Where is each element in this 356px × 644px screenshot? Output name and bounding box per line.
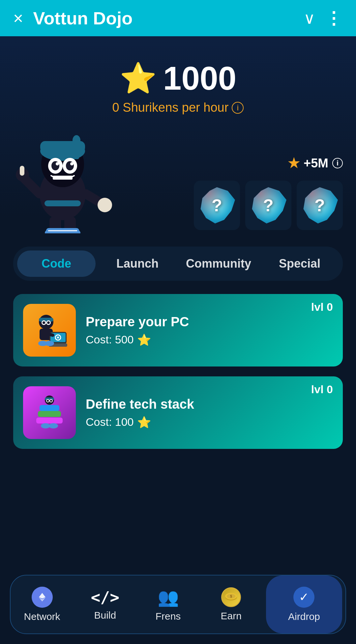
close-button[interactable]: × — [13, 8, 23, 28]
svg-point-12 — [70, 162, 74, 165]
svg-point-31 — [43, 321, 45, 324]
svg-rect-43 — [38, 411, 61, 417]
nav-airdrop-label: Airdrop — [288, 611, 320, 622]
task-1-info: Prepare your PC Cost: 500 ⭐ — [86, 314, 333, 346]
nav-network-label: Network — [24, 611, 60, 622]
cards-area: ★ +5M i ? ? — [112, 156, 343, 233]
nav-item-frens[interactable]: 👥 Frens — [136, 575, 199, 633]
tabs-section: Code Launch Community Special — [13, 247, 343, 281]
menu-icon[interactable]: ⋮ — [325, 8, 343, 28]
nav-item-earn[interactable]: $ Earn — [200, 575, 263, 633]
svg-point-11 — [56, 162, 59, 165]
task-1-title: Prepare your PC — [86, 314, 333, 329]
ethereum-icon — [32, 587, 53, 608]
bonus-value: +5M — [304, 156, 328, 170]
app-header: × Vottun Dojo ∨ ⋮ — [0, 0, 356, 36]
splat-2: ? — [250, 187, 286, 223]
svg-rect-44 — [40, 405, 59, 411]
nav-build-label: Build — [94, 610, 116, 621]
character-section: ★ +5M i ? ? — [13, 121, 343, 233]
tab-community[interactable]: Community — [179, 250, 258, 277]
svg-point-50 — [50, 400, 52, 402]
question-mark-1: ? — [212, 195, 222, 215]
shurikens-per-hour: 0 Shurikens per hour i — [112, 101, 244, 115]
shuriken-star-icon: ⭐ — [120, 61, 157, 96]
question-mark-3: ? — [314, 195, 325, 215]
task-2-info: Define tech stack Cost: 100 ⭐ — [86, 397, 333, 429]
code-icon: </> — [91, 588, 119, 606]
svg-rect-28 — [39, 318, 53, 322]
task-1-icon — [23, 304, 76, 357]
svg-point-52 — [49, 423, 58, 428]
bonus-badge: ★ +5M i — [288, 156, 343, 171]
mystery-card-inner-1: ? — [199, 187, 235, 223]
tasks-section: lvl 0 — [13, 294, 343, 449]
airdrop-check-icon: ✓ — [293, 587, 314, 608]
per-hour-label: 0 Shurikens per hour — [112, 101, 229, 115]
splat-1: ? — [199, 187, 235, 223]
mystery-card-1[interactable]: ? — [194, 181, 240, 230]
svg-point-32 — [47, 321, 50, 324]
tab-code[interactable]: Code — [17, 250, 96, 277]
question-mark-2: ? — [263, 195, 274, 215]
svg-point-27 — [39, 315, 53, 329]
tab-special[interactable]: Special — [260, 250, 339, 277]
nav-earn-label: Earn — [221, 610, 242, 622]
nav-item-build[interactable]: </> Build — [74, 575, 136, 633]
task-2-icon — [23, 386, 76, 439]
task-2-level: lvl 0 — [311, 383, 333, 396]
coin-icon: $ — [221, 587, 241, 607]
ninja-character — [13, 121, 112, 233]
bottom-nav: Network </> Build 👥 Frens $ Earn ✓ Airdr… — [10, 575, 346, 634]
nav-item-network[interactable]: Network — [11, 575, 74, 633]
main-content: ⭐ 1000 0 Shurikens per hour i — [0, 36, 356, 644]
mystery-card-inner-3: ? — [302, 187, 338, 223]
svg-point-6 — [73, 135, 80, 146]
score-row: ⭐ 1000 — [120, 59, 236, 97]
mystery-card-inner-2: ? — [250, 187, 286, 223]
svg-point-51 — [41, 423, 50, 428]
tab-launch[interactable]: Launch — [98, 250, 177, 277]
svg-rect-46 — [45, 397, 54, 400]
mystery-card-2[interactable]: ? — [245, 181, 291, 230]
svg-rect-13 — [53, 176, 73, 180]
task-2-title: Define tech stack — [86, 397, 333, 412]
task-card-1[interactable]: lvl 0 — [13, 294, 343, 366]
info-icon[interactable]: i — [232, 102, 244, 114]
task-1-level: lvl 0 — [311, 301, 333, 313]
score-section: ⭐ 1000 0 Shurikens per hour i — [13, 49, 343, 115]
mystery-cards-row: ? ? ? — [194, 181, 343, 230]
svg-marker-53 — [39, 593, 45, 599]
task-card-2[interactable]: lvl 0 — [13, 376, 343, 449]
svg-point-18 — [98, 198, 112, 212]
bonus-info-icon[interactable]: i — [332, 158, 343, 168]
mystery-card-3[interactable]: ? — [297, 181, 343, 230]
svg-text:$: $ — [230, 595, 232, 598]
nav-item-airdrop[interactable]: ✓ Airdrop — [266, 575, 342, 633]
svg-line-38 — [46, 334, 53, 335]
task-2-cost-star: ⭐ — [137, 416, 151, 429]
frens-icon: 👥 — [158, 587, 179, 607]
splat-3: ? — [302, 187, 338, 223]
svg-point-49 — [47, 400, 49, 402]
chevron-down-icon[interactable]: ∨ — [304, 9, 315, 27]
task-1-cost-star: ⭐ — [137, 333, 151, 346]
nav-frens-label: Frens — [156, 611, 181, 622]
svg-point-41 — [45, 341, 54, 346]
svg-rect-42 — [36, 418, 63, 424]
bonus-star-icon: ★ — [288, 156, 300, 171]
svg-point-37 — [57, 337, 59, 338]
svg-rect-16 — [20, 166, 24, 176]
task-1-cost: Cost: 500 ⭐ — [86, 333, 333, 346]
task-2-cost: Cost: 100 ⭐ — [86, 416, 333, 429]
app-title: Vottun Dojo — [33, 8, 304, 28]
svg-rect-1 — [44, 200, 81, 206]
score-value: 1000 — [163, 59, 236, 97]
